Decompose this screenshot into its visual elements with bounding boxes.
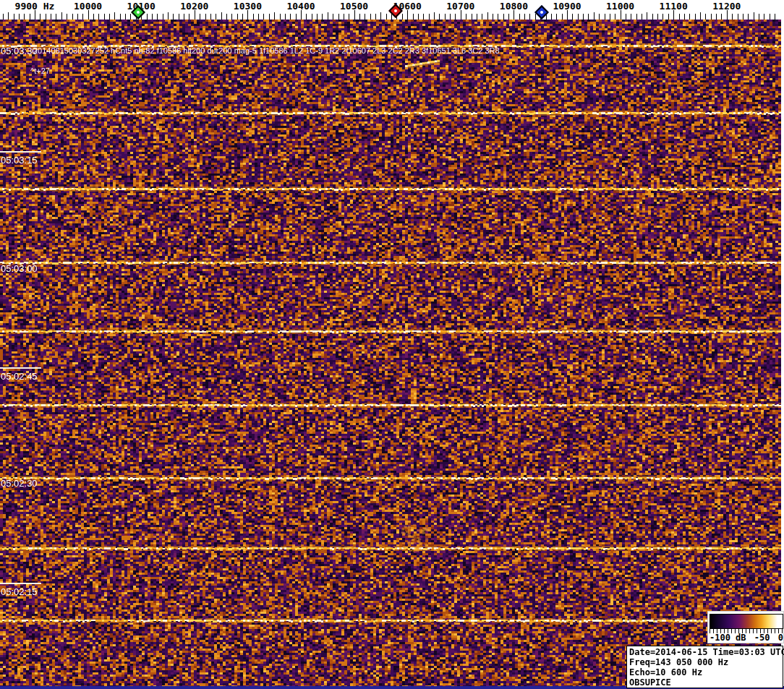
ruler-tick xyxy=(716,14,717,20)
ruler-tick xyxy=(610,14,610,20)
spectrogram-waterfall[interactable] xyxy=(0,20,784,689)
ruler-tick xyxy=(168,12,169,20)
ruler-tick xyxy=(338,14,339,20)
ruler-tick xyxy=(61,12,62,20)
ruler-tick xyxy=(455,14,456,20)
db-max-label: 0 xyxy=(778,633,783,643)
ruler-tick xyxy=(200,14,200,20)
ruler-tick xyxy=(333,14,333,20)
ruler-tick xyxy=(770,14,770,20)
ruler-tick xyxy=(413,14,414,20)
time-label: 05:02:45 xyxy=(1,371,38,382)
ruler-tick xyxy=(477,14,477,20)
ruler-tick xyxy=(205,14,206,20)
ruler-tick xyxy=(605,14,605,20)
time-offset-annotation: ^t+27 xyxy=(30,67,50,75)
ruler-tick xyxy=(445,14,446,20)
ruler-tick xyxy=(242,14,243,20)
ruler-tick xyxy=(493,14,493,20)
ruler-tick xyxy=(519,14,520,20)
ruler-tick xyxy=(152,14,153,20)
ruler-tick xyxy=(269,14,270,20)
ruler-tick xyxy=(46,14,46,20)
ruler-tick xyxy=(599,14,600,20)
freq-tick-label: 10900 xyxy=(553,1,581,12)
ruler-tick xyxy=(189,14,189,20)
ruler-tick xyxy=(529,14,530,20)
ruler-tick xyxy=(450,14,451,20)
ruler-tick xyxy=(221,12,222,20)
ruler-tick xyxy=(700,12,701,20)
db-gradient-bar xyxy=(710,614,783,629)
time-label: 05:03:15 xyxy=(1,155,38,166)
marker-blue-diamond-icon[interactable] xyxy=(535,6,548,19)
ruler-tick xyxy=(147,14,148,20)
ruler-tick xyxy=(759,14,759,20)
time-label: 05:03:30 xyxy=(1,46,38,56)
ruler-tick xyxy=(551,14,552,20)
ruler-tick xyxy=(668,14,669,20)
freq-tick-label: 11200 xyxy=(712,1,741,12)
info-receiver-frequency: Freq=143 050 000 Hz xyxy=(629,657,780,667)
ruler-tick xyxy=(472,14,472,20)
ruler-tick xyxy=(30,14,30,20)
ruler-tick xyxy=(615,14,615,20)
window-right-edge xyxy=(781,0,784,686)
ruler-tick xyxy=(317,14,318,20)
ruler-tick xyxy=(418,14,419,20)
ruler-tick xyxy=(429,14,430,20)
marker-center-dot xyxy=(540,11,543,14)
ruler-tick xyxy=(312,14,312,20)
ruler-tick xyxy=(503,14,504,20)
ruler-tick xyxy=(163,14,163,20)
detection-annotation: 20140615030327252 hCnt5 nb-82 f10586 hit… xyxy=(33,46,500,55)
ruler-tick xyxy=(482,14,482,20)
ruler-tick xyxy=(508,14,509,20)
ruler-tick xyxy=(738,14,738,20)
ruler-tick xyxy=(349,14,349,20)
db-scale-labels: -100 dB -50 0 xyxy=(710,633,783,643)
marker-red-diamond-icon[interactable] xyxy=(389,4,402,17)
ruler-tick xyxy=(344,14,344,20)
ruler-tick xyxy=(8,12,9,20)
ruler-tick xyxy=(626,14,626,20)
ruler-tick xyxy=(380,12,381,20)
ruler-tick xyxy=(721,14,722,20)
marker-green-diamond-icon[interactable] xyxy=(132,6,145,19)
ruler-tick xyxy=(423,14,424,20)
ruler-tick xyxy=(14,14,14,20)
ruler-tick xyxy=(578,14,579,20)
ruler-tick xyxy=(439,14,440,20)
db-mid-label: -50 xyxy=(754,633,770,643)
ruler-tick xyxy=(82,14,83,20)
ruler-tick xyxy=(466,14,466,20)
ruler-tick xyxy=(24,14,25,20)
ruler-tick xyxy=(109,14,110,20)
freq-tick-label: 10700 xyxy=(446,1,474,12)
ruler-tick xyxy=(210,14,211,20)
ruler-tick xyxy=(562,14,563,20)
ruler-tick xyxy=(647,12,647,20)
ruler-tick xyxy=(130,14,131,20)
ruler-tick xyxy=(285,14,286,20)
ruler-tick xyxy=(487,12,488,20)
ruler-tick xyxy=(231,14,232,20)
ruler-tick xyxy=(684,14,685,20)
ruler-tick xyxy=(263,14,264,20)
ruler-tick xyxy=(56,14,56,20)
freq-tick-label: 10400 xyxy=(286,1,315,12)
observation-info-box: Date=2014-06-15 Time=03:03 UTC Freq=143 … xyxy=(626,646,783,688)
marker-center-dot xyxy=(394,9,397,12)
ruler-tick xyxy=(375,14,376,20)
ruler-tick xyxy=(72,14,73,20)
ruler-tick xyxy=(572,14,573,20)
ruler-tick xyxy=(120,14,121,20)
ruler-tick xyxy=(711,14,712,20)
ruler-tick xyxy=(40,14,41,20)
marker-center-dot xyxy=(137,11,140,14)
ruler-tick xyxy=(370,14,371,20)
info-date-time: Date=2014-06-15 Time=03:03 UTC xyxy=(629,647,780,657)
ruler-tick xyxy=(237,14,238,20)
ruler-tick xyxy=(184,14,184,20)
time-tick-dash xyxy=(0,583,41,584)
